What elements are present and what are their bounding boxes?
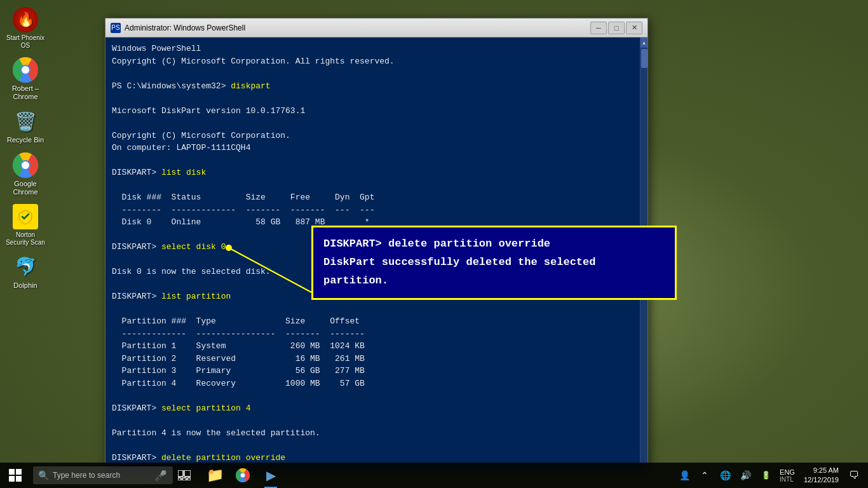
- norton-security-label: Norton Security Scan: [4, 231, 47, 247]
- robert-chrome-icon: [13, 57, 38, 83]
- tray-people-icon[interactable]: 👤: [675, 463, 693, 488]
- desktop-icon-norton-security[interactable]: Norton Security Scan: [2, 200, 50, 250]
- desktop-icon-recycle-bin[interactable]: 🗑️ Recycle Bin: [2, 105, 50, 148]
- norton-security-icon: [13, 204, 38, 229]
- svg-rect-15: [182, 478, 186, 480]
- search-bar[interactable]: 🔍 🎤: [33, 466, 173, 484]
- powershell-taskbar-icon: ▶: [266, 468, 276, 483]
- powershell-titlebar: PS Administrator: Windows PowerShell ─ □…: [105, 18, 648, 37]
- desktop-icon-robert-chrome[interactable]: Robert – Chrome: [2, 53, 50, 105]
- powershell-titlebar-icon: PS: [111, 23, 121, 33]
- taskbar-powershell[interactable]: ▶: [257, 463, 285, 488]
- taskbar-file-explorer[interactable]: 📁: [201, 463, 229, 488]
- desktop: Start Phoenix OS: [0, 0, 868, 488]
- svg-point-19: [241, 473, 245, 478]
- taskbar-chrome[interactable]: [229, 463, 257, 488]
- desktop-icons-container: Start Phoenix OS: [0, 0, 51, 294]
- svg-rect-9: [16, 469, 22, 475]
- titlebar-controls: ─ □ ✕: [590, 22, 642, 34]
- scroll-up-arrow[interactable]: ▲: [641, 37, 648, 48]
- dolphin-label: Dolphin: [13, 281, 37, 290]
- google-chrome-icon: [13, 152, 38, 178]
- dolphin-icon: 🐬: [15, 256, 37, 277]
- callout-highlight-box: DISKPART> delete partition override Disk…: [311, 226, 677, 300]
- file-explorer-icon: 📁: [207, 467, 224, 484]
- search-icon: 🔍: [38, 470, 49, 480]
- titlebar-left: PS Administrator: Windows PowerShell: [111, 23, 245, 33]
- close-button[interactable]: ✕: [626, 22, 642, 34]
- scroll-thumb[interactable]: [641, 49, 648, 68]
- svg-rect-14: [178, 478, 181, 480]
- tray-volume-icon[interactable]: 🔊: [736, 463, 754, 488]
- intl-label: INTL: [780, 476, 795, 483]
- recycle-bin-icon: 🗑️: [15, 111, 37, 132]
- system-clock[interactable]: 9:25 AM 12/12/2019: [800, 466, 843, 485]
- maximize-button[interactable]: □: [608, 22, 625, 34]
- svg-rect-11: [16, 476, 22, 482]
- minimize-button[interactable]: ─: [590, 22, 607, 34]
- callout-line2: DiskPart successfully deleted the select…: [323, 256, 595, 287]
- svg-rect-16: [187, 478, 191, 480]
- tray-battery-icon[interactable]: 🔋: [757, 463, 775, 488]
- start-button[interactable]: [0, 463, 31, 488]
- desktop-icon-phoenix-os[interactable]: Start Phoenix OS: [2, 3, 50, 53]
- task-view-button[interactable]: [173, 463, 196, 488]
- language-label: ENG: [780, 468, 795, 476]
- taskbar: 🔍 🎤 📁: [0, 463, 868, 488]
- search-input[interactable]: [53, 471, 148, 480]
- robert-chrome-label: Robert – Chrome: [4, 85, 47, 101]
- callout-line1: DISKPART> delete partition override: [323, 238, 550, 250]
- desktop-icon-google-chrome[interactable]: Google Chrome: [2, 149, 50, 200]
- taskbar-left-section: 🔍 🎤 📁: [0, 463, 285, 488]
- recycle-bin-label: Recycle Bin: [7, 136, 44, 144]
- svg-rect-8: [9, 469, 15, 475]
- tray-chevron-up[interactable]: ⌃: [696, 463, 714, 488]
- callout-text: DISKPART> delete partition override Disk…: [323, 235, 665, 290]
- clock-time: 9:25 AM: [813, 466, 839, 475]
- language-indicator[interactable]: ENG INTL: [777, 468, 797, 483]
- taskbar-tray: 👤 ⌃ 🌐 🔊 🔋 ENG INTL 9:25 AM 12/12/2019 🗨: [675, 463, 868, 488]
- svg-rect-12: [178, 470, 183, 477]
- svg-rect-10: [9, 476, 15, 482]
- svg-point-2: [22, 66, 29, 74]
- desktop-icon-dolphin[interactable]: 🐬 Dolphin: [2, 250, 50, 294]
- svg-point-5: [22, 161, 29, 169]
- powershell-titlebar-title: Administrator: Windows PowerShell: [125, 24, 245, 32]
- svg-rect-13: [184, 470, 191, 477]
- taskbar-apps: 📁 ▶: [201, 463, 285, 488]
- google-chrome-label: Google Chrome: [4, 180, 47, 196]
- notification-icon[interactable]: 🗨: [845, 463, 863, 488]
- tray-network-icon[interactable]: 🌐: [716, 463, 734, 488]
- phoenix-os-label: Start Phoenix OS: [4, 34, 47, 50]
- microphone-icon[interactable]: 🎤: [152, 470, 170, 482]
- phoenix-os-icon: [13, 7, 38, 32]
- clock-date: 12/12/2019: [804, 475, 839, 485]
